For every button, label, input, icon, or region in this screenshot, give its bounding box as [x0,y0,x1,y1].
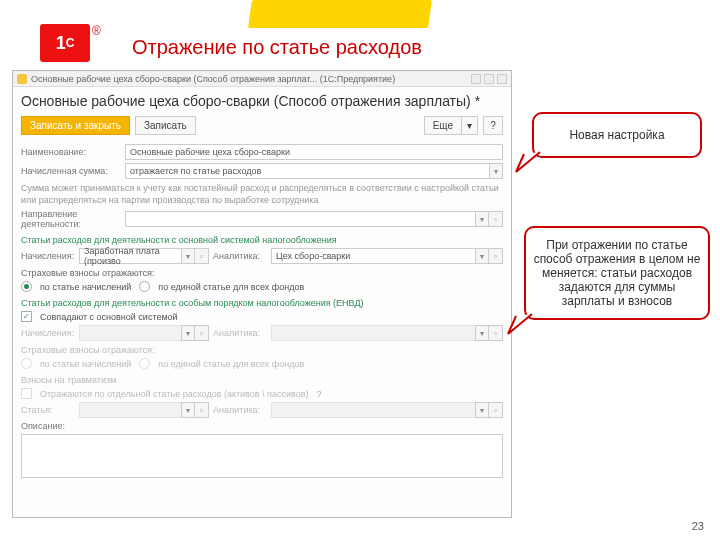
accrual-input[interactable]: Заработная плата (произво [79,248,181,264]
direction-label: Направление деятельности: [21,209,121,229]
toolbar: Записать и закрыть Записать Еще ▾ ? [13,113,511,141]
app-window: Основные рабочие цеха сборо-сварки (Спос… [12,70,512,518]
open-icon: ▫ [195,402,209,418]
contrib-section-disabled: Страховые взносы отражаются: [21,345,503,355]
open-icon[interactable]: ▫ [489,248,503,264]
form-body: Наименование: Основные рабочие цеха сбор… [13,144,511,484]
win-max-icon[interactable] [484,74,494,84]
radio-per-item-label-disabled: по статье начислений [40,359,131,369]
analytics-input[interactable]: Цех сборо-сварки [271,248,475,264]
form-header: Основные рабочие цеха сборо-сварки (Спос… [13,87,511,113]
description-input[interactable] [21,434,503,478]
contrib-section: Страховые взносы отражаются: [21,268,503,278]
accrual-label-disabled: Начисления: [21,328,75,338]
chevron-down-icon[interactable]: ▾ [489,163,503,179]
app-icon [17,74,27,84]
item-input-disabled [79,402,181,418]
win-min-icon[interactable] [471,74,481,84]
accrual-input-disabled [79,325,181,341]
direction-input[interactable] [125,211,475,227]
help-icon[interactable]: ? [316,389,321,399]
section-envd: Статьи расходов для деятельности с особы… [21,298,503,308]
radio-single-item-disabled [139,358,150,369]
radio-single-item-label-disabled: по единой статье для всех фондов [158,359,304,369]
header-highlight [248,0,432,28]
help-button[interactable]: ? [483,116,503,135]
window-titlebar: Основные рабочие цеха сборо-сварки (Спос… [13,71,511,87]
radio-per-item-disabled [21,358,32,369]
slide-title: Отражение по статье расходов [132,36,422,59]
open-icon: ▫ [489,325,503,341]
chevron-down-icon[interactable]: ▾ [475,211,489,227]
same-as-main-label: Совпадают с основной системой [40,312,178,322]
callout-tail-icon [506,312,534,336]
save-button[interactable]: Записать [135,116,196,135]
logo-1c: 1C ® [40,24,101,62]
window-title-text: Основные рабочие цеха сборо-сварки (Спос… [31,74,471,84]
callout-1: Новая настройка [532,112,702,158]
analytics-input-disabled [271,325,475,341]
callout-tail-icon [514,150,542,174]
page-number: 23 [692,520,704,532]
win-close-icon[interactable] [497,74,507,84]
item-label: Статья: [21,405,75,415]
chevron-down-icon: ▾ [475,325,489,341]
analytics-label-disabled2: Аналитика: [213,405,267,415]
name-label: Наименование: [21,147,121,157]
more-button[interactable]: Еще ▾ [424,116,478,135]
chevron-down-icon[interactable]: ▾ [181,248,195,264]
window-controls [471,74,507,84]
name-input[interactable]: Основные рабочие цеха сборо-сварки [125,144,503,160]
sum-mode-select[interactable]: отражается по статье расходов [125,163,489,179]
radio-single-item-label: по единой статье для всех фондов [158,282,304,292]
chevron-down-icon: ▾ [181,325,195,341]
open-icon: ▫ [489,402,503,418]
description-label: Описание: [21,421,121,431]
same-as-main-checkbox[interactable] [21,311,32,322]
callout-1-text: Новая настройка [532,112,702,158]
radio-per-item-label: по статье начислений [40,282,131,292]
injury-checkbox[interactable] [21,388,32,399]
analytics-label: Аналитика: [213,251,267,261]
chevron-down-icon: ▾ [475,402,489,418]
callout-2-text: При отражении по статье способ отражения… [524,226,710,320]
sum-hint: Сумма может приниматься к учету как пост… [21,183,503,206]
analytics-input-disabled2 [271,402,475,418]
callout-2: При отражении по статье способ отражения… [524,226,710,320]
section-injury: Взносы на травматизм [21,375,503,385]
open-icon: ▫ [195,325,209,341]
accrual-label: Начисления: [21,251,75,261]
radio-per-item[interactable] [21,281,32,292]
analytics-label-disabled: Аналитика: [213,328,267,338]
open-icon[interactable]: ▫ [489,211,503,227]
open-icon[interactable]: ▫ [195,248,209,264]
sum-label: Начисленная сумма: [21,166,121,176]
chevron-down-icon: ▾ [462,116,478,135]
chevron-down-icon[interactable]: ▾ [475,248,489,264]
save-close-button[interactable]: Записать и закрыть [21,116,130,135]
section-main: Статьи расходов для деятельности с основ… [21,235,503,245]
chevron-down-icon: ▾ [181,402,195,418]
injury-label: Отражаются по отдельной статье расходов … [40,389,308,399]
radio-single-item[interactable] [139,281,150,292]
